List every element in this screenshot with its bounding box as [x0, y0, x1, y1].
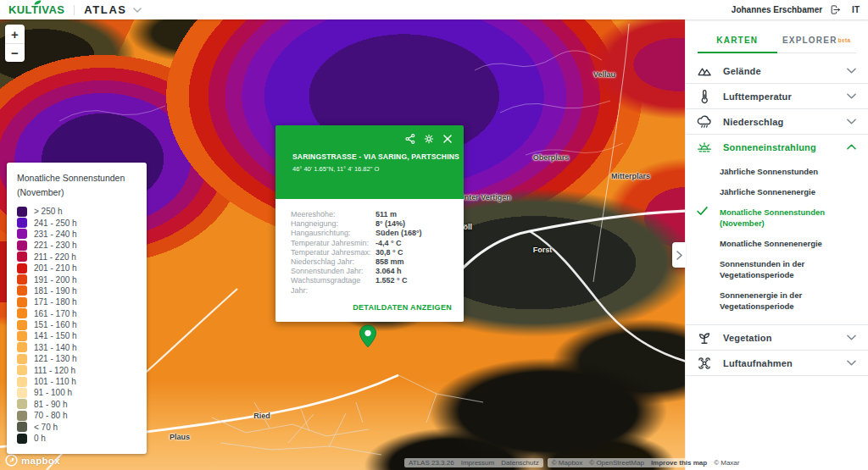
detail-data-link[interactable]: DETAILDATEN ANZEIGEN	[291, 303, 452, 312]
popup-row-value: 1.552 ° C	[376, 276, 452, 295]
sidebar-item-sonneneinstrahlung[interactable]: Sonneneinstrahlung	[686, 135, 868, 159]
legend-item: 211 - 220 h	[17, 252, 136, 263]
chevron-down-icon[interactable]	[133, 8, 142, 13]
sidebar-sections: GeländeLufttemperaturNiederschlagSonnene…	[686, 58, 868, 376]
gear-icon[interactable]	[423, 133, 435, 145]
popup-row-label: Hangneigung:	[291, 219, 376, 229]
map-place-label: Oberplars	[533, 153, 570, 162]
legend-item: > 250 h	[17, 206, 136, 217]
legend-label: > 250 h	[34, 207, 63, 216]
datenschutz-link[interactable]: Datenschutz	[501, 459, 538, 467]
zoom-in-button[interactable]: +	[5, 25, 25, 43]
legend-label: 121 - 130 h	[34, 354, 77, 363]
share-icon[interactable]	[404, 133, 416, 145]
map-pin-icon[interactable]	[359, 324, 377, 348]
sidebar-item-gelaende[interactable]: Gelände	[686, 58, 868, 83]
improve-map-link[interactable]: Improve this map	[651, 459, 707, 467]
legend-label: 191 - 200 h	[34, 275, 77, 285]
layer-option[interactable]: Monatliche Sonnenstunden (November)	[686, 202, 868, 233]
mapbox-attribution-link[interactable]: © Mapbox	[552, 459, 583, 467]
chevron-down-icon	[847, 335, 856, 340]
legend-swatch	[17, 434, 27, 444]
legend-swatch	[17, 308, 27, 318]
layer-option[interactable]: Monatliche Sonnenenergie	[686, 233, 868, 253]
kultivas-logo[interactable]: KULTIVAS	[8, 4, 64, 15]
legend-swatch	[17, 229, 27, 239]
legend-item: 181 - 190 h	[17, 285, 136, 296]
map-place-label: Vellau	[593, 70, 615, 79]
layer-option-label: Jährliche Sonnenenergie	[720, 187, 815, 196]
legend-swatch	[17, 411, 27, 421]
popup-data-row: Temperatur Jahresmin:-4,4 ° C	[291, 239, 452, 248]
legend-swatch	[17, 218, 27, 228]
sidebar-item-label: Lufttemperatur	[723, 91, 837, 102]
legend-item: 111 - 120 h	[17, 364, 136, 375]
legend-label: < 70 h	[34, 423, 58, 432]
legend-swatch	[17, 274, 27, 285]
layer-option[interactable]: Sonnenenergie in der Vegetationsperiode	[686, 285, 868, 316]
layer-option[interactable]: Jährliche Sonnenenergie	[686, 181, 868, 202]
legend-swatch	[17, 331, 27, 341]
legend-label: 231 - 240 h	[34, 229, 77, 239]
logout-icon[interactable]	[830, 4, 841, 15]
legend-item: 241 - 250 h	[17, 217, 136, 228]
map-place-label: Unter Vertigen	[459, 193, 511, 202]
sidebar-item-luftaufnahmen[interactable]: Luftaufnahmen	[686, 351, 868, 375]
impressum-link[interactable]: Impressum	[461, 459, 495, 467]
tab-karten[interactable]: KARTEN	[698, 28, 777, 53]
sidebar-item-lufttemperatur[interactable]: Lufttemperatur	[686, 84, 868, 108]
legend-swatch	[17, 285, 27, 296]
chevron-down-icon	[847, 93, 856, 99]
legend-label: 241 - 250 h	[34, 218, 77, 228]
legend-swatch	[17, 263, 27, 274]
popup-header: SARINGSTRASSE - VIA SARING, PARTSCHINS 4…	[275, 125, 464, 199]
layer-option-label: Sonnenenergie in der Vegetationsperiode	[720, 290, 802, 311]
legend-label: 141 - 150 h	[34, 331, 77, 340]
map-place-label: Plaus	[170, 433, 190, 441]
popup-row-label: Hangausrichtung:	[291, 229, 376, 238]
layer-option[interactable]: Jährliche Sonnenstunden	[686, 161, 868, 181]
legend-label: 101 - 110 h	[34, 377, 76, 386]
language-switch[interactable]: IT	[852, 5, 860, 14]
popup-row-value: 511 m	[376, 210, 452, 219]
osm-attribution-link[interactable]: © OpenStreetMap	[589, 459, 644, 467]
legend-item: 201 - 210 h	[17, 263, 136, 274]
sidebar-collapse-handle[interactable]	[672, 242, 686, 268]
popup-row-value: 858 mm	[376, 257, 452, 267]
sidebar-tabs: KARTEN EXPLORERbeta	[698, 28, 856, 53]
chevron-down-icon	[847, 360, 856, 366]
sidebar-item-label: Sonneneinstrahlung	[723, 142, 837, 152]
legend-label: 0 h	[34, 434, 46, 443]
sidebar: KARTEN EXPLORERbeta GeländeLufttemperatu…	[685, 19, 868, 470]
legend-item: 171 - 180 h	[17, 296, 136, 307]
legend-panel: Monatliche Sonnenstunden (November) > 25…	[7, 163, 147, 454]
popup-data-row: Hangneigung:8° (14%)	[291, 219, 452, 229]
sidebar-item-label: Niederschlag	[723, 117, 837, 127]
legend-swatch	[17, 399, 27, 409]
tab-explorer[interactable]: EXPLORERbeta	[777, 28, 857, 53]
legend-label: 131 - 140 h	[34, 343, 77, 352]
topbar: KULTIVAS ATLAS Johannes Erschbamer IT	[0, 0, 868, 19]
popup-row-label: Meereshöhe:	[291, 210, 376, 219]
sidebar-item-niederschlag[interactable]: Niederschlag	[686, 109, 868, 134]
legend-item: 70 - 80 h	[17, 410, 136, 421]
sidebar-item-vegetation[interactable]: Vegetation	[686, 325, 868, 350]
map-canvas[interactable]: VellauOberplarsMitterplarsUnter Vertigen…	[0, 19, 685, 470]
legend-item: 0 h	[17, 433, 136, 444]
mapbox-logo-text: mapbox	[21, 456, 60, 466]
leaf-icon	[34, 0, 42, 5]
close-icon[interactable]	[442, 133, 453, 145]
map-place-label: Ried	[253, 412, 270, 420]
maxar-attribution-link[interactable]: © Maxar	[714, 459, 739, 467]
mapbox-logo[interactable]: mapbox	[5, 454, 60, 467]
chevron-up-icon	[847, 144, 856, 150]
legend-item: < 70 h	[17, 421, 136, 432]
legend-item: 231 - 240 h	[17, 229, 136, 240]
layer-option[interactable]: Sonnenstunden in der Vegetationsperiode	[686, 253, 868, 285]
thermometer-icon	[696, 88, 713, 105]
zoom-out-button[interactable]: −	[5, 43, 25, 62]
legend-label: 201 - 210 h	[34, 263, 77, 273]
popup-data-row: Sonnenstunden Jahr:3.064 h	[291, 267, 452, 276]
legend-item: 141 - 150 h	[17, 330, 136, 341]
legend-label: 171 - 180 h	[34, 297, 77, 307]
